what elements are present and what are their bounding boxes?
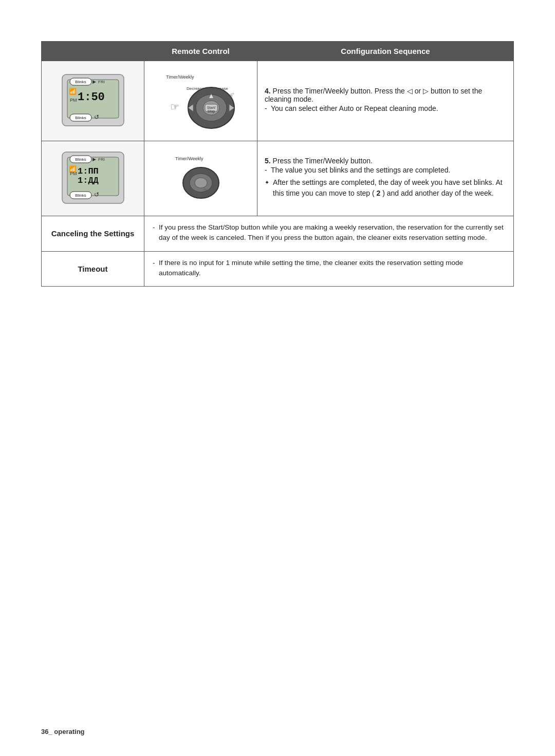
device-display-2: Blinks ▶ FRI 📶 PM 1:ПП 1:ДД: [42, 141, 144, 216]
device-container-1: Blinks ▶ FRI 📶 PM 1:50: [49, 69, 137, 133]
footer-text: 36_ operating: [41, 728, 85, 735]
svg-text:1:ПП: 1:ПП: [78, 166, 99, 176]
svg-text:Blinks: Blinks: [75, 193, 86, 198]
svg-text:Blinks: Blinks: [75, 116, 86, 120]
col2-header: Remote Control: [144, 42, 257, 61]
svg-text:Timer/Weekly: Timer/Weekly: [175, 156, 203, 161]
remote-container-1: Timer/Weekly Decrease Increase: [152, 66, 250, 136]
step-5-number: 5.: [265, 157, 271, 165]
step-5-text: 5. Press the Timer/Weekly button.: [265, 157, 506, 165]
svg-point-42: [195, 178, 207, 188]
device-display-1: Blinks ▶ FRI 📶 PM 1:50: [42, 61, 144, 141]
svg-text:Blinks: Blinks: [75, 80, 86, 84]
remote-svg-1: Timer/Weekly Decrease Increase: [160, 69, 242, 131]
svg-text:Start/: Start/: [207, 106, 215, 109]
canceling-row: Canceling the Settings If you press the …: [42, 216, 514, 252]
config-text-2: 5. Press the Timer/Weekly button. The va…: [265, 157, 506, 199]
svg-text:☞: ☞: [170, 101, 179, 112]
config-col-2: 5. Press the Timer/Weekly button. The va…: [257, 141, 514, 216]
page-content: Remote Control Configuration Sequence: [0, 0, 555, 317]
step-4-text: 4. Press the Timer/Weekly button. Press …: [265, 87, 506, 103]
svg-text:PM: PM: [70, 98, 77, 103]
svg-text:FRI: FRI: [98, 157, 105, 162]
lcd-display-1: Blinks ▶ FRI 📶 PM 1:50: [60, 72, 126, 128]
svg-text:FRI: FRI: [98, 80, 105, 84]
table-row-1: Blinks ▶ FRI 📶 PM 1:50: [42, 61, 514, 141]
timeout-text: If there is no input for 1 minute while …: [153, 258, 505, 279]
svg-text:Timer/Weekly: Timer/Weekly: [166, 74, 194, 80]
config-col-1: 4. Press the Timer/Weekly button. Press …: [257, 61, 514, 141]
remote-svg-2: Timer/Weekly ☞: [168, 152, 234, 203]
timeout-row: Timeout If there is no input for 1 minut…: [42, 251, 514, 287]
timeout-label: Timeout: [78, 264, 107, 273]
remote-control-2: Timer/Weekly ☞: [144, 141, 257, 216]
remote-control-1: Timer/Weekly Decrease Increase: [144, 61, 257, 141]
svg-text:▶: ▶: [92, 157, 96, 162]
canceling-label-cell: Canceling the Settings: [42, 216, 144, 252]
svg-text:PM: PM: [70, 171, 77, 176]
footer: 36_ operating: [41, 728, 85, 735]
svg-text:↺: ↺: [94, 114, 99, 121]
step-5-dash-1: The value you set blinks and the setting…: [265, 165, 506, 176]
canceling-label: Canceling the Settings: [51, 229, 135, 238]
step-5-note-1: After the settings are completed, the da…: [265, 177, 506, 199]
svg-text:1:50: 1:50: [78, 91, 105, 104]
svg-text:Blinks: Blinks: [75, 157, 86, 162]
svg-text:☞: ☞: [200, 186, 211, 195]
main-table: Remote Control Configuration Sequence: [41, 41, 514, 287]
timeout-content: If there is no input for 1 minute while …: [144, 251, 514, 287]
col1-header: [42, 42, 144, 61]
step-4-number: 4.: [265, 87, 271, 95]
step-4-dash-1: You can select either Auto or Repeat cle…: [265, 103, 506, 114]
canceling-text: If you press the Start/Stop button while…: [153, 222, 505, 243]
svg-text:▶: ▶: [92, 79, 96, 84]
canceling-content: If you press the Start/Stop button while…: [144, 216, 514, 252]
remote-container-2: Timer/Weekly ☞: [152, 149, 250, 208]
device-container-2: Blinks ▶ FRI 📶 PM 1:ПП 1:ДД: [49, 146, 137, 211]
timeout-label-cell: Timeout: [42, 251, 144, 287]
svg-text:1:ДД: 1:ДД: [78, 176, 99, 185]
svg-text:📶: 📶: [69, 87, 77, 95]
lcd-display-2: Blinks ▶ FRI 📶 PM 1:ПП 1:ДД: [60, 149, 126, 206]
col3-header: Configuration Sequence: [257, 42, 514, 61]
svg-text:↺: ↺: [94, 191, 99, 198]
table-row-2: Blinks ▶ FRI 📶 PM 1:ПП 1:ДД: [42, 141, 514, 216]
config-text-1: 4. Press the Timer/Weekly button. Press …: [265, 87, 506, 114]
svg-text:Stop: Stop: [207, 109, 215, 114]
